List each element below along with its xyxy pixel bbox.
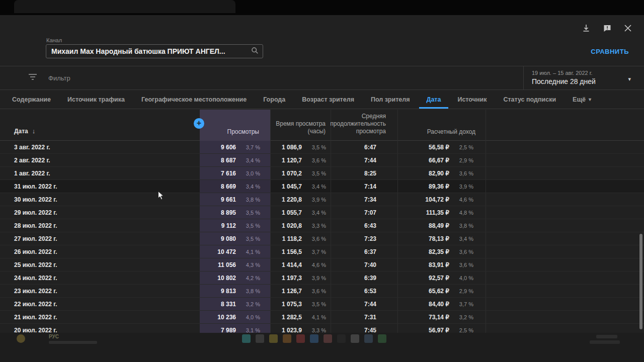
table-row[interactable]: 26 июл. 2022 г.10 4724,1 %1 156,53,7 %6:… bbox=[0, 245, 644, 258]
date-cell: 22 июл. 2022 г. bbox=[0, 298, 200, 310]
row-filler bbox=[486, 206, 644, 219]
table-rows: 3 авг. 2022 г.9 6063,7 %1 086,93,5 %6:47… bbox=[0, 141, 644, 333]
taskbar-app-icon-9[interactable] bbox=[351, 334, 359, 343]
avg-duration-cell: 6:53 bbox=[331, 285, 397, 297]
views-cell: 9 6063,7 % bbox=[200, 141, 270, 153]
search-icon bbox=[251, 47, 259, 56]
views-cell: 8 8953,5 % bbox=[200, 206, 270, 219]
table-row[interactable]: 2 авг. 2022 г.8 6873,4 %1 120,73,6 %7:44… bbox=[0, 154, 644, 167]
table-row[interactable]: 31 июл. 2022 г.8 6693,4 %1 045,73,4 %7:1… bbox=[0, 180, 644, 193]
views-cell: 9 0803,5 % bbox=[200, 232, 270, 245]
channel-search-input[interactable]: Михаил Max Народный батюшка ПРИЮТ АНГЕЛ.… bbox=[46, 44, 263, 58]
table-row[interactable]: 28 июл. 2022 г.9 1123,5 %1 020,83,3 %6:4… bbox=[0, 219, 644, 232]
taskbar-app-icon-2[interactable] bbox=[256, 334, 264, 343]
row-filler bbox=[486, 232, 644, 245]
row-filler bbox=[486, 193, 644, 206]
row-filler bbox=[486, 285, 644, 297]
table-row[interactable]: 20 июл. 2022 г.7 9893,1 %1 023,93,3 %7:4… bbox=[0, 324, 644, 333]
taskbar-app-icon-8[interactable] bbox=[337, 334, 346, 343]
column-header-avg-duration[interactable]: Средняя продолжительность просмотра bbox=[331, 110, 397, 141]
views-cell: 10 4724,1 % bbox=[200, 245, 270, 258]
date-cell: 2 авг. 2022 г. bbox=[0, 154, 200, 166]
date-cell: 21 июл. 2022 г. bbox=[0, 311, 200, 323]
column-header-revenue[interactable]: Расчетный доход bbox=[397, 110, 486, 141]
filter-bar: Фильтр 19 июл. – 15 авг. 2022 г. Последн… bbox=[0, 66, 644, 90]
table-row[interactable]: 23 июл. 2022 г.9 8133,8 %1 126,73,6 %6:5… bbox=[0, 285, 644, 298]
tab-viewer-gender[interactable]: Пол зрителя bbox=[371, 90, 410, 109]
date-cell: 26 июл. 2022 г. bbox=[0, 245, 200, 258]
watch-time-cell: 1 045,73,4 % bbox=[270, 180, 331, 193]
avg-duration-cell: 8:25 bbox=[331, 167, 397, 179]
date-range-selector[interactable]: 19 июл. – 15 авг. 2022 г. Последние 28 д… bbox=[523, 66, 644, 89]
vertical-scrollbar[interactable] bbox=[639, 234, 642, 329]
compare-button[interactable]: СРАВНИТЬ bbox=[591, 48, 629, 55]
tab-more[interactable]: Ещё ▾ bbox=[573, 90, 591, 109]
table-row[interactable]: 3 авг. 2022 г.9 6063,7 %1 086,93,5 %6:47… bbox=[0, 141, 644, 154]
tab-subscription-status[interactable]: Статус подписки bbox=[503, 90, 556, 109]
table-row[interactable]: 24 июл. 2022 г.10 8024,2 %1 197,33,9 %6:… bbox=[0, 272, 644, 285]
row-filler bbox=[486, 324, 644, 333]
filter-label: Фильтр bbox=[48, 74, 70, 82]
tab-more-label: Ещё bbox=[573, 96, 586, 103]
tab-geography[interactable]: Географическое местоположение bbox=[141, 90, 247, 109]
table-row[interactable]: 27 июл. 2022 г.9 0803,5 %1 118,23,6 %7:2… bbox=[0, 232, 644, 245]
tab-source[interactable]: Источник bbox=[457, 90, 487, 109]
date-cell: 28 июл. 2022 г. bbox=[0, 219, 200, 232]
watch-time-cell: 1 282,54,1 % bbox=[270, 311, 331, 323]
revenue-cell: 56,97 ₽2,5 % bbox=[397, 324, 486, 333]
date-cell: 31 июл. 2022 г. bbox=[0, 180, 200, 193]
tab-viewer-age[interactable]: Возраст зрителя bbox=[302, 90, 354, 109]
table-row[interactable]: 22 июл. 2022 г.8 3313,2 %1 075,33,5 %7:4… bbox=[0, 298, 644, 311]
table-row[interactable]: 29 июл. 2022 г.8 8953,5 %1 055,73,4 %7:0… bbox=[0, 206, 644, 219]
taskbar-app-icon-5[interactable] bbox=[296, 334, 305, 343]
taskbar-app-icon-7[interactable] bbox=[324, 334, 332, 343]
watch-time-cell: 1 023,93,3 % bbox=[270, 324, 331, 333]
date-cell: 1 авг. 2022 г. bbox=[0, 167, 200, 179]
taskbar-app-icon-4[interactable] bbox=[283, 334, 291, 343]
watch-time-cell: 1 156,53,7 % bbox=[270, 245, 331, 258]
feedback-icon[interactable] bbox=[603, 24, 612, 33]
taskbar-app-icon-6[interactable] bbox=[310, 334, 318, 343]
column-header-watch-time[interactable]: Время просмотра (часы) bbox=[270, 110, 331, 141]
table-row[interactable]: 21 июл. 2022 г.10 2364,0 %1 282,54,1 %7:… bbox=[0, 311, 644, 324]
channel-value: Михаил Max Народный батюшка ПРИЮТ АНГЕЛ.… bbox=[51, 47, 251, 55]
table-row[interactable]: 25 июл. 2022 г.11 0564,3 %1 414,44,6 %7:… bbox=[0, 258, 644, 272]
revenue-cell: 65,62 ₽2,9 % bbox=[397, 285, 486, 297]
watch-time-cell: 1 075,33,5 % bbox=[270, 298, 331, 310]
row-filler bbox=[486, 219, 644, 232]
download-icon[interactable] bbox=[582, 24, 591, 33]
tab-cities[interactable]: Города bbox=[263, 90, 285, 109]
add-metric-button[interactable]: + bbox=[194, 118, 204, 129]
table-row[interactable]: 1 авг. 2022 г.7 6163,0 %1 070,23,5 %8:25… bbox=[0, 167, 644, 180]
taskbar-app-icon-11[interactable] bbox=[378, 334, 386, 343]
column-header-date[interactable]: Дата↓ bbox=[14, 127, 35, 135]
tab-content[interactable]: Содержание bbox=[12, 90, 51, 109]
taskbar-app-icon-10[interactable] bbox=[364, 334, 373, 343]
taskbar-app-icon-3[interactable] bbox=[269, 334, 278, 343]
avg-duration-cell: 7:44 bbox=[331, 298, 397, 310]
row-filler bbox=[486, 154, 644, 166]
filter-control[interactable]: Фильтр bbox=[28, 66, 70, 89]
close-icon[interactable] bbox=[624, 24, 632, 32]
watch-time-cell: 1 126,73,6 % bbox=[270, 285, 331, 297]
avg-duration-cell: 7:45 bbox=[331, 324, 397, 333]
watch-time-cell: 1 070,23,5 % bbox=[270, 167, 331, 179]
taskbar-clock bbox=[596, 335, 617, 338]
revenue-cell: 82,90 ₽3,6 % bbox=[397, 167, 486, 179]
tab-date[interactable]: Дата bbox=[419, 90, 449, 109]
tab-traffic-source[interactable]: Источник трафика bbox=[67, 90, 125, 109]
date-cell: 29 июл. 2022 г. bbox=[0, 206, 200, 219]
revenue-cell: 56,58 ₽2,5 % bbox=[397, 141, 486, 153]
views-cell: 9 1123,5 % bbox=[200, 219, 270, 232]
date-cell: 27 июл. 2022 г. bbox=[0, 232, 200, 245]
dimension-tabs: Содержание Источник трафика Географическ… bbox=[0, 90, 644, 109]
column-header-views[interactable]: Просмотры bbox=[200, 110, 270, 141]
filter-icon bbox=[28, 73, 37, 82]
taskbar-app-icon-1[interactable] bbox=[242, 334, 251, 343]
revenue-cell: 84,40 ₽3,7 % bbox=[397, 298, 486, 310]
row-filler bbox=[486, 298, 644, 310]
notification-app-icon[interactable] bbox=[17, 334, 25, 343]
watch-time-header-label: Время просмотра (часы) bbox=[276, 120, 326, 135]
avg-duration-cell: 7:31 bbox=[331, 311, 397, 323]
table-row[interactable]: 30 июл. 2022 г.9 6613,8 %1 220,83,9 %7:3… bbox=[0, 193, 644, 206]
